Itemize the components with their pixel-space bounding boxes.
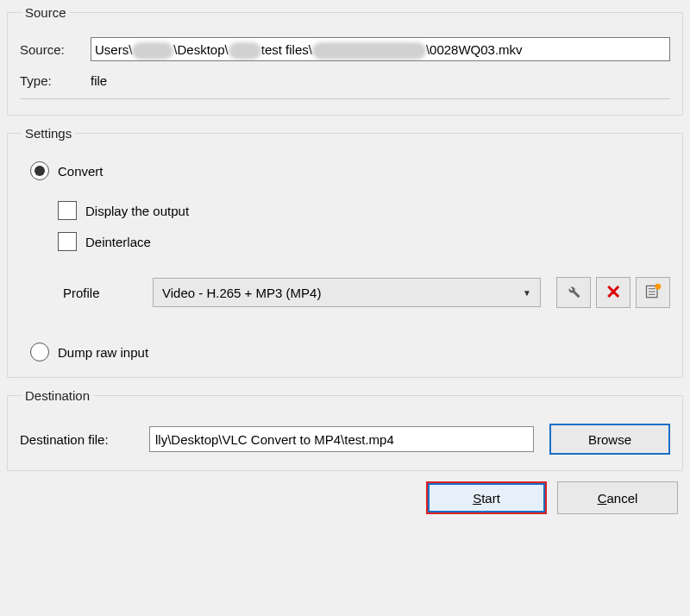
svg-point-4 bbox=[656, 283, 662, 289]
source-legend: Source bbox=[22, 5, 70, 20]
edit-profile-button[interactable] bbox=[556, 277, 591, 308]
convert-radio[interactable] bbox=[30, 161, 49, 180]
profile-value: Video - H.265 + MP3 (MP4) bbox=[162, 286, 321, 300]
dump-radio-row[interactable]: Dump raw input bbox=[30, 343, 670, 361]
type-value: file bbox=[91, 73, 107, 88]
profile-row: Profile Video - H.265 + MP3 (MP4) ▼ ✕ bbox=[58, 277, 670, 308]
redaction bbox=[312, 42, 426, 60]
type-row: Type: file bbox=[20, 73, 670, 99]
source-path-field[interactable]: Users\ \Desktop\ test files\ \0028WQ03.m… bbox=[91, 37, 670, 61]
display-output-label: Display the output bbox=[85, 204, 189, 218]
source-row: Source: Users\ \Desktop\ test files\ \00… bbox=[20, 37, 670, 61]
destination-label: Destination file: bbox=[20, 432, 149, 447]
profile-label: Profile bbox=[58, 286, 153, 300]
source-group: Source Source: Users\ \Desktop\ test fil… bbox=[7, 5, 683, 116]
x-icon: ✕ bbox=[605, 281, 621, 304]
deinterlace-row[interactable]: Deinterlace bbox=[58, 232, 670, 251]
wrench-icon bbox=[566, 284, 581, 302]
settings-legend: Settings bbox=[22, 126, 75, 141]
deinterlace-label: Deinterlace bbox=[85, 235, 151, 249]
dump-radio[interactable] bbox=[30, 343, 49, 361]
destination-file-input[interactable]: lly\Desktop\VLC Convert to MP4\test.mp4 bbox=[149, 426, 534, 452]
dialog-buttons: Start Cancel bbox=[7, 481, 683, 514]
dump-label: Dump raw input bbox=[58, 345, 148, 360]
browse-button[interactable]: Browse bbox=[549, 424, 670, 455]
convert-label: Convert bbox=[58, 164, 104, 179]
source-label: Source: bbox=[20, 42, 91, 57]
profile-dropdown[interactable]: Video - H.265 + MP3 (MP4) ▼ bbox=[153, 278, 541, 307]
redaction bbox=[132, 42, 173, 60]
cancel-button[interactable]: Cancel bbox=[557, 481, 678, 514]
type-label: Type: bbox=[20, 73, 91, 88]
redaction bbox=[229, 42, 261, 60]
delete-profile-button[interactable]: ✕ bbox=[596, 277, 630, 308]
list-new-icon bbox=[644, 283, 662, 303]
display-output-checkbox[interactable] bbox=[58, 201, 77, 220]
settings-group: Settings Convert Display the output Dein… bbox=[7, 126, 683, 378]
destination-legend: Destination bbox=[22, 388, 93, 403]
convert-radio-row[interactable]: Convert bbox=[30, 161, 670, 180]
display-output-row[interactable]: Display the output bbox=[58, 201, 670, 220]
destination-group: Destination Destination file: lly\Deskto… bbox=[7, 388, 683, 471]
start-button[interactable]: Start bbox=[426, 481, 547, 514]
deinterlace-checkbox[interactable] bbox=[58, 232, 77, 251]
chevron-down-icon: ▼ bbox=[523, 288, 531, 298]
new-profile-button[interactable] bbox=[636, 277, 670, 308]
